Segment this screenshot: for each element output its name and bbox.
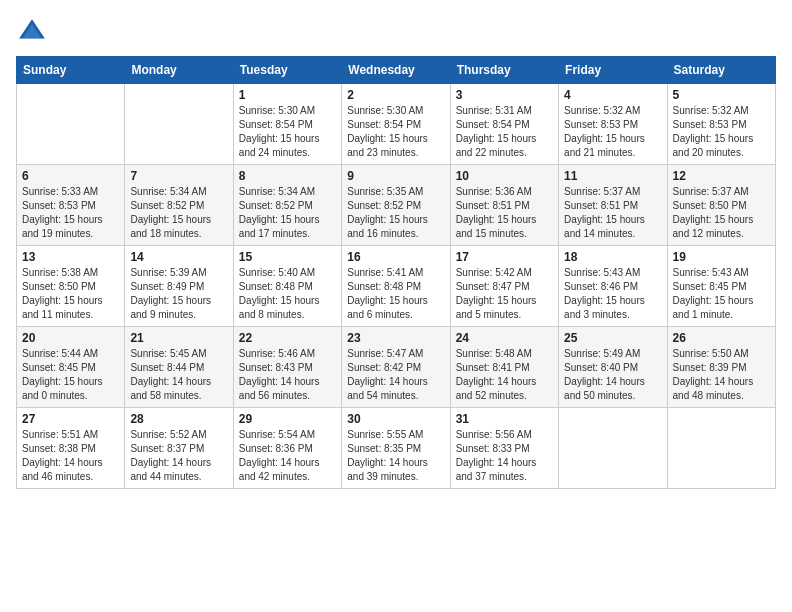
calendar-header-saturday: Saturday xyxy=(667,57,775,84)
calendar-header-row: SundayMondayTuesdayWednesdayThursdayFrid… xyxy=(17,57,776,84)
day-info: Sunrise: 5:50 AM Sunset: 8:39 PM Dayligh… xyxy=(673,347,770,403)
day-info: Sunrise: 5:34 AM Sunset: 8:52 PM Dayligh… xyxy=(239,185,336,241)
calendar-cell: 25Sunrise: 5:49 AM Sunset: 8:40 PM Dayli… xyxy=(559,327,667,408)
calendar-cell: 15Sunrise: 5:40 AM Sunset: 8:48 PM Dayli… xyxy=(233,246,341,327)
day-number: 28 xyxy=(130,412,227,426)
day-number: 21 xyxy=(130,331,227,345)
day-number: 26 xyxy=(673,331,770,345)
day-info: Sunrise: 5:43 AM Sunset: 8:45 PM Dayligh… xyxy=(673,266,770,322)
day-number: 16 xyxy=(347,250,444,264)
day-info: Sunrise: 5:31 AM Sunset: 8:54 PM Dayligh… xyxy=(456,104,553,160)
calendar-week-4: 20Sunrise: 5:44 AM Sunset: 8:45 PM Dayli… xyxy=(17,327,776,408)
day-number: 7 xyxy=(130,169,227,183)
day-info: Sunrise: 5:30 AM Sunset: 8:54 PM Dayligh… xyxy=(347,104,444,160)
calendar-header-wednesday: Wednesday xyxy=(342,57,450,84)
logo-icon xyxy=(16,16,48,48)
calendar-cell: 6Sunrise: 5:33 AM Sunset: 8:53 PM Daylig… xyxy=(17,165,125,246)
day-info: Sunrise: 5:41 AM Sunset: 8:48 PM Dayligh… xyxy=(347,266,444,322)
calendar-cell: 21Sunrise: 5:45 AM Sunset: 8:44 PM Dayli… xyxy=(125,327,233,408)
day-number: 11 xyxy=(564,169,661,183)
day-number: 6 xyxy=(22,169,119,183)
calendar-cell: 10Sunrise: 5:36 AM Sunset: 8:51 PM Dayli… xyxy=(450,165,558,246)
calendar-cell: 27Sunrise: 5:51 AM Sunset: 8:38 PM Dayli… xyxy=(17,408,125,489)
day-number: 20 xyxy=(22,331,119,345)
calendar-cell xyxy=(125,84,233,165)
day-number: 2 xyxy=(347,88,444,102)
calendar-body: 1Sunrise: 5:30 AM Sunset: 8:54 PM Daylig… xyxy=(17,84,776,489)
calendar-cell: 19Sunrise: 5:43 AM Sunset: 8:45 PM Dayli… xyxy=(667,246,775,327)
day-info: Sunrise: 5:43 AM Sunset: 8:46 PM Dayligh… xyxy=(564,266,661,322)
calendar-cell xyxy=(667,408,775,489)
day-number: 4 xyxy=(564,88,661,102)
day-info: Sunrise: 5:39 AM Sunset: 8:49 PM Dayligh… xyxy=(130,266,227,322)
calendar-cell: 3Sunrise: 5:31 AM Sunset: 8:54 PM Daylig… xyxy=(450,84,558,165)
calendar-header-thursday: Thursday xyxy=(450,57,558,84)
day-info: Sunrise: 5:47 AM Sunset: 8:42 PM Dayligh… xyxy=(347,347,444,403)
calendar-cell: 4Sunrise: 5:32 AM Sunset: 8:53 PM Daylig… xyxy=(559,84,667,165)
day-info: Sunrise: 5:51 AM Sunset: 8:38 PM Dayligh… xyxy=(22,428,119,484)
day-info: Sunrise: 5:52 AM Sunset: 8:37 PM Dayligh… xyxy=(130,428,227,484)
calendar-week-1: 1Sunrise: 5:30 AM Sunset: 8:54 PM Daylig… xyxy=(17,84,776,165)
day-info: Sunrise: 5:40 AM Sunset: 8:48 PM Dayligh… xyxy=(239,266,336,322)
calendar-cell: 26Sunrise: 5:50 AM Sunset: 8:39 PM Dayli… xyxy=(667,327,775,408)
calendar-cell: 2Sunrise: 5:30 AM Sunset: 8:54 PM Daylig… xyxy=(342,84,450,165)
calendar-cell: 30Sunrise: 5:55 AM Sunset: 8:35 PM Dayli… xyxy=(342,408,450,489)
page-header xyxy=(16,16,776,48)
calendar-week-5: 27Sunrise: 5:51 AM Sunset: 8:38 PM Dayli… xyxy=(17,408,776,489)
calendar-table: SundayMondayTuesdayWednesdayThursdayFrid… xyxy=(16,56,776,489)
day-info: Sunrise: 5:49 AM Sunset: 8:40 PM Dayligh… xyxy=(564,347,661,403)
calendar-cell: 12Sunrise: 5:37 AM Sunset: 8:50 PM Dayli… xyxy=(667,165,775,246)
calendar-week-2: 6Sunrise: 5:33 AM Sunset: 8:53 PM Daylig… xyxy=(17,165,776,246)
calendar-header-sunday: Sunday xyxy=(17,57,125,84)
calendar-cell: 1Sunrise: 5:30 AM Sunset: 8:54 PM Daylig… xyxy=(233,84,341,165)
day-info: Sunrise: 5:46 AM Sunset: 8:43 PM Dayligh… xyxy=(239,347,336,403)
calendar-cell: 11Sunrise: 5:37 AM Sunset: 8:51 PM Dayli… xyxy=(559,165,667,246)
calendar-cell: 7Sunrise: 5:34 AM Sunset: 8:52 PM Daylig… xyxy=(125,165,233,246)
day-number: 5 xyxy=(673,88,770,102)
day-number: 22 xyxy=(239,331,336,345)
day-info: Sunrise: 5:44 AM Sunset: 8:45 PM Dayligh… xyxy=(22,347,119,403)
day-info: Sunrise: 5:37 AM Sunset: 8:51 PM Dayligh… xyxy=(564,185,661,241)
day-info: Sunrise: 5:37 AM Sunset: 8:50 PM Dayligh… xyxy=(673,185,770,241)
calendar-header-monday: Monday xyxy=(125,57,233,84)
day-number: 25 xyxy=(564,331,661,345)
day-number: 29 xyxy=(239,412,336,426)
calendar-header-tuesday: Tuesday xyxy=(233,57,341,84)
day-info: Sunrise: 5:34 AM Sunset: 8:52 PM Dayligh… xyxy=(130,185,227,241)
day-info: Sunrise: 5:32 AM Sunset: 8:53 PM Dayligh… xyxy=(564,104,661,160)
calendar-cell: 20Sunrise: 5:44 AM Sunset: 8:45 PM Dayli… xyxy=(17,327,125,408)
day-info: Sunrise: 5:33 AM Sunset: 8:53 PM Dayligh… xyxy=(22,185,119,241)
day-info: Sunrise: 5:45 AM Sunset: 8:44 PM Dayligh… xyxy=(130,347,227,403)
calendar-cell: 18Sunrise: 5:43 AM Sunset: 8:46 PM Dayli… xyxy=(559,246,667,327)
day-number: 27 xyxy=(22,412,119,426)
day-number: 24 xyxy=(456,331,553,345)
day-number: 31 xyxy=(456,412,553,426)
day-number: 9 xyxy=(347,169,444,183)
calendar-cell: 13Sunrise: 5:38 AM Sunset: 8:50 PM Dayli… xyxy=(17,246,125,327)
day-info: Sunrise: 5:54 AM Sunset: 8:36 PM Dayligh… xyxy=(239,428,336,484)
calendar-cell: 14Sunrise: 5:39 AM Sunset: 8:49 PM Dayli… xyxy=(125,246,233,327)
day-info: Sunrise: 5:55 AM Sunset: 8:35 PM Dayligh… xyxy=(347,428,444,484)
calendar-header-friday: Friday xyxy=(559,57,667,84)
day-number: 12 xyxy=(673,169,770,183)
day-info: Sunrise: 5:30 AM Sunset: 8:54 PM Dayligh… xyxy=(239,104,336,160)
day-info: Sunrise: 5:38 AM Sunset: 8:50 PM Dayligh… xyxy=(22,266,119,322)
day-number: 1 xyxy=(239,88,336,102)
calendar-cell: 17Sunrise: 5:42 AM Sunset: 8:47 PM Dayli… xyxy=(450,246,558,327)
calendar-cell: 29Sunrise: 5:54 AM Sunset: 8:36 PM Dayli… xyxy=(233,408,341,489)
day-number: 19 xyxy=(673,250,770,264)
logo xyxy=(16,16,52,48)
calendar-cell: 31Sunrise: 5:56 AM Sunset: 8:33 PM Dayli… xyxy=(450,408,558,489)
day-info: Sunrise: 5:35 AM Sunset: 8:52 PM Dayligh… xyxy=(347,185,444,241)
calendar-cell: 5Sunrise: 5:32 AM Sunset: 8:53 PM Daylig… xyxy=(667,84,775,165)
day-info: Sunrise: 5:42 AM Sunset: 8:47 PM Dayligh… xyxy=(456,266,553,322)
calendar-cell: 16Sunrise: 5:41 AM Sunset: 8:48 PM Dayli… xyxy=(342,246,450,327)
day-number: 18 xyxy=(564,250,661,264)
day-info: Sunrise: 5:36 AM Sunset: 8:51 PM Dayligh… xyxy=(456,185,553,241)
day-number: 30 xyxy=(347,412,444,426)
day-number: 15 xyxy=(239,250,336,264)
calendar-cell xyxy=(17,84,125,165)
calendar-cell xyxy=(559,408,667,489)
day-info: Sunrise: 5:56 AM Sunset: 8:33 PM Dayligh… xyxy=(456,428,553,484)
calendar-cell: 22Sunrise: 5:46 AM Sunset: 8:43 PM Dayli… xyxy=(233,327,341,408)
